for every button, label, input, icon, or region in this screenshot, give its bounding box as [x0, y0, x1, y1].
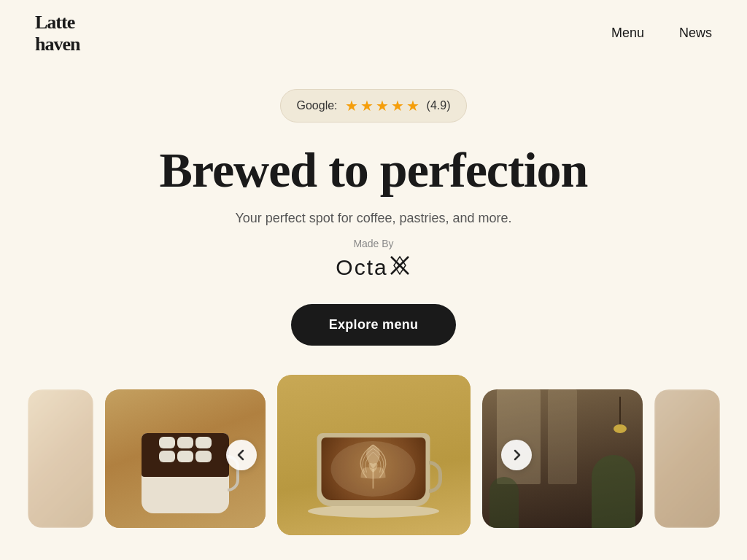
carousel-next-button[interactable] — [501, 440, 532, 470]
logo-line2: haven — [35, 34, 80, 55]
chevron-right-icon — [510, 448, 523, 462]
carousel-item-latte — [277, 375, 471, 535]
rating-score: (4.9) — [427, 99, 451, 112]
chevron-left-icon — [235, 448, 248, 462]
brand-logo: Octa — [336, 254, 411, 282]
carousel-item-left-edge — [28, 389, 93, 528]
menu-nav-link[interactable]: Menu — [611, 26, 644, 41]
carousel-item-right-edge — [654, 389, 720, 528]
made-by-label: Made By — [353, 238, 393, 249]
star-5: ★ — [406, 97, 419, 114]
image-carousel — [0, 375, 747, 535]
hero-title: Brewed to perfection — [160, 143, 588, 198]
star-rating: ★ ★ ★ ★ ★ — [345, 97, 419, 114]
star-1: ★ — [345, 97, 358, 114]
star-4: ★ — [391, 97, 404, 114]
brand-name: Octa — [336, 255, 387, 280]
news-nav-link[interactable]: News — [679, 26, 712, 41]
carousel-track — [0, 375, 747, 535]
nav-links: Menu News — [611, 26, 712, 41]
star-3: ★ — [376, 97, 389, 114]
navbar: Latte haven Menu News — [0, 0, 747, 67]
carousel-prev-button[interactable] — [226, 440, 257, 470]
star-2: ★ — [360, 97, 374, 114]
hero-subtitle: Your perfect spot for coffee, pastries, … — [235, 211, 511, 226]
explore-menu-button[interactable]: Explore menu — [291, 304, 457, 346]
hero-section: Google: ★ ★ ★ ★ ★ (4.9) Brewed to perfec… — [0, 67, 747, 375]
brand-x — [388, 254, 411, 282]
rating-source-label: Google: — [297, 99, 338, 112]
logo-line1: Latte — [35, 12, 74, 33]
rating-badge: Google: ★ ★ ★ ★ ★ (4.9) — [280, 89, 468, 122]
logo[interactable]: Latte haven — [35, 12, 80, 55]
